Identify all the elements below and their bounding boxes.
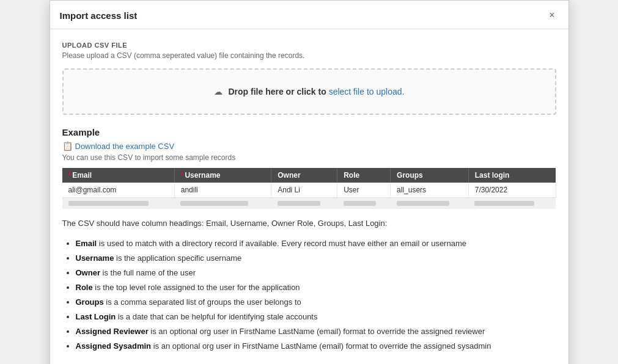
table-header-row: *Email *Username Owner Role Groups Last …	[62, 168, 556, 183]
download-example-link[interactable]: 📋 Download the example CSV	[62, 141, 175, 151]
bullet-bold-6: Assigned Reviewer	[76, 327, 149, 336]
upload-description: Please upload a CSV (comma seperated val…	[62, 51, 556, 60]
select-file-link[interactable]: select file to upload.	[329, 87, 405, 96]
bullet-bold-7: Assigned Sysadmin	[76, 341, 152, 351]
bullet-bold-4: Groups	[76, 297, 104, 307]
cell-owner: Andi Li	[271, 183, 337, 198]
table-row: ali@gmail.com andili Andi Li User all_us…	[62, 183, 556, 198]
preview-table: *Email *Username Owner Role Groups Last …	[62, 168, 556, 209]
upload-icon: ☁	[214, 87, 223, 96]
bullet-bold-2: Owner	[76, 268, 100, 277]
bullet-text-6: is an optional org user in FirstName Las…	[149, 327, 485, 336]
list-item: Assigned Reviewer is an optional org use…	[76, 325, 556, 338]
cell-last-login: 7/30/2022	[468, 183, 556, 198]
drop-text: Drop file here or click to	[228, 87, 326, 96]
upload-label: UPLOAD CSV FILE	[62, 42, 556, 49]
list-item: Email is used to match with a directory …	[76, 237, 556, 250]
list-item: Username is the application specific use…	[76, 252, 556, 265]
drop-zone[interactable]: ☁ Drop file here or click to select file…	[62, 68, 556, 115]
dialog-body: UPLOAD CSV FILE Please upload a CSV (com…	[50, 29, 568, 364]
download-example-text: Download the example CSV	[75, 142, 175, 151]
list-item: Last Login is a date that can be helpful…	[76, 310, 556, 324]
list-item: Groups is a comma separated list of grou…	[76, 296, 556, 309]
skeleton-row	[62, 198, 556, 209]
bullet-bold-3: Role	[76, 283, 93, 292]
bullet-bold-1: Username	[76, 253, 114, 263]
bullet-text-0: is used to match with a directory record…	[97, 239, 466, 248]
csv-description: The CSV should have column headings: Ema…	[62, 217, 556, 230]
example-note: You can use this CSV to import some samp…	[62, 153, 556, 162]
list-item: Role is the top level role assigned to t…	[76, 281, 556, 294]
bullet-text-2: is the full name of the user	[100, 268, 196, 277]
bullet-text-5: is a date that can be helpful for identi…	[116, 312, 317, 321]
dialog-header: Import access list ×	[50, 1, 568, 29]
col-username: *Username	[174, 168, 271, 183]
list-item: Owner is the full name of the user	[76, 266, 556, 280]
example-section: Example 📋 Download the example CSV You c…	[62, 127, 556, 209]
bullet-list: Email is used to match with a directory …	[62, 237, 556, 354]
bullet-bold-0: Email	[76, 239, 97, 248]
cell-role: User	[337, 183, 391, 198]
col-role: Role	[337, 168, 391, 183]
cell-username: andili	[174, 183, 271, 198]
list-item: Assigned Sysadmin is an optional org use…	[76, 340, 556, 353]
bullet-bold-5: Last Login	[76, 312, 116, 321]
bullet-text-3: is the top level role assigned to the us…	[93, 283, 300, 292]
cell-groups: all_users	[391, 183, 469, 198]
col-groups: Groups	[391, 168, 469, 183]
import-dialog: Import access list × UPLOAD CSV FILE Ple…	[50, 0, 569, 364]
col-last-login: Last login	[468, 168, 556, 183]
col-owner: Owner	[271, 168, 337, 183]
col-email: *Email	[62, 168, 175, 183]
upload-section: UPLOAD CSV FILE Please upload a CSV (com…	[62, 42, 556, 60]
download-icon: 📋	[62, 141, 73, 151]
cell-email: ali@gmail.com	[62, 183, 175, 198]
bullet-text-1: is the application specific username	[114, 253, 241, 263]
bullet-text-4: is a comma separated list of groups the …	[104, 297, 301, 307]
close-button[interactable]: ×	[545, 9, 558, 21]
dialog-title: Import access list	[60, 10, 138, 21]
bullet-text-7: is an optional org user in FirstName Las…	[151, 341, 491, 351]
example-title: Example	[62, 127, 556, 137]
